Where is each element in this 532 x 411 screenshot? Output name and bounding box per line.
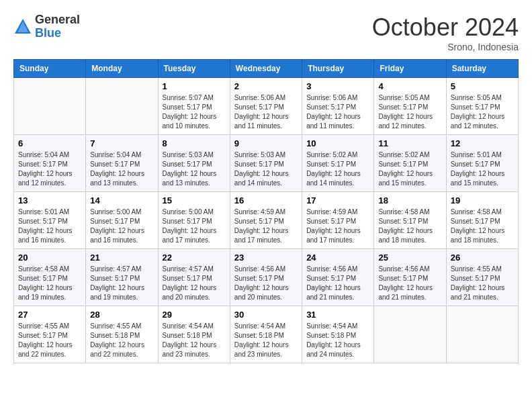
day-number: 31 <box>306 310 369 320</box>
table-row: 6Sunrise: 5:04 AM Sunset: 5:17 PM Daylig… <box>14 135 86 192</box>
day-number: 28 <box>90 310 153 320</box>
day-info: Sunrise: 5:06 AM Sunset: 5:17 PM Dayligh… <box>234 93 298 131</box>
table-row: 22Sunrise: 4:57 AM Sunset: 5:17 PM Dayli… <box>158 249 230 306</box>
day-info: Sunrise: 5:01 AM Sunset: 5:17 PM Dayligh… <box>18 208 81 245</box>
logo-general-text: General <box>35 13 80 26</box>
day-number: 20 <box>18 253 81 263</box>
day-info: Sunrise: 4:54 AM Sunset: 5:18 PM Dayligh… <box>234 322 298 359</box>
day-info: Sunrise: 5:04 AM Sunset: 5:17 PM Dayligh… <box>90 150 153 188</box>
table-row: 17Sunrise: 4:59 AM Sunset: 5:17 PM Dayli… <box>302 192 374 249</box>
day-info: Sunrise: 4:58 AM Sunset: 5:17 PM Dayligh… <box>18 265 81 302</box>
day-info: Sunrise: 5:02 AM Sunset: 5:17 PM Dayligh… <box>378 150 441 188</box>
day-info: Sunrise: 4:54 AM Sunset: 5:18 PM Dayligh… <box>163 322 226 359</box>
day-number: 10 <box>306 138 369 148</box>
header-monday: Monday <box>86 60 158 78</box>
day-number: 30 <box>234 310 298 320</box>
header-saturday: Saturday <box>446 60 518 78</box>
day-number: 9 <box>234 138 298 148</box>
table-row: 13Sunrise: 5:01 AM Sunset: 5:17 PM Dayli… <box>14 192 86 249</box>
table-row: 18Sunrise: 4:58 AM Sunset: 5:17 PM Dayli… <box>374 192 446 249</box>
day-info: Sunrise: 5:02 AM Sunset: 5:17 PM Dayligh… <box>306 150 369 188</box>
day-number: 15 <box>163 195 226 205</box>
day-number: 23 <box>234 253 298 263</box>
day-number: 4 <box>378 81 441 91</box>
day-info: Sunrise: 5:05 AM Sunset: 5:17 PM Dayligh… <box>451 93 514 131</box>
day-info: Sunrise: 4:55 AM Sunset: 5:18 PM Dayligh… <box>90 322 153 359</box>
table-row: 14Sunrise: 5:00 AM Sunset: 5:17 PM Dayli… <box>86 192 158 249</box>
day-number: 25 <box>378 253 441 263</box>
day-number: 29 <box>163 310 226 320</box>
day-info: Sunrise: 4:59 AM Sunset: 5:17 PM Dayligh… <box>306 208 369 245</box>
table-row: 9Sunrise: 5:03 AM Sunset: 5:17 PM Daylig… <box>230 135 302 192</box>
table-row: 28Sunrise: 4:55 AM Sunset: 5:18 PM Dayli… <box>86 306 158 363</box>
table-row: 3Sunrise: 5:06 AM Sunset: 5:17 PM Daylig… <box>302 78 374 135</box>
calendar-body: 1Sunrise: 5:07 AM Sunset: 5:17 PM Daylig… <box>14 78 519 363</box>
day-number: 16 <box>234 195 298 205</box>
table-row: 4Sunrise: 5:05 AM Sunset: 5:17 PM Daylig… <box>374 78 446 135</box>
day-number: 12 <box>451 138 514 148</box>
table-row: 16Sunrise: 4:59 AM Sunset: 5:17 PM Dayli… <box>230 192 302 249</box>
day-info: Sunrise: 5:05 AM Sunset: 5:17 PM Dayligh… <box>378 93 441 131</box>
table-row: 8Sunrise: 5:03 AM Sunset: 5:17 PM Daylig… <box>158 135 230 192</box>
table-row: 31Sunrise: 4:54 AM Sunset: 5:18 PM Dayli… <box>302 306 374 363</box>
day-info: Sunrise: 5:03 AM Sunset: 5:17 PM Dayligh… <box>163 150 226 188</box>
day-info: Sunrise: 4:56 AM Sunset: 5:17 PM Dayligh… <box>306 265 369 302</box>
table-row: 19Sunrise: 4:58 AM Sunset: 5:17 PM Dayli… <box>446 192 518 249</box>
table-row: 30Sunrise: 4:54 AM Sunset: 5:18 PM Dayli… <box>230 306 302 363</box>
day-number: 8 <box>163 138 226 148</box>
day-info: Sunrise: 4:55 AM Sunset: 5:17 PM Dayligh… <box>451 265 514 302</box>
table-row: 26Sunrise: 4:55 AM Sunset: 5:17 PM Dayli… <box>446 249 518 306</box>
day-info: Sunrise: 4:55 AM Sunset: 5:17 PM Dayligh… <box>18 322 81 359</box>
table-row: 29Sunrise: 4:54 AM Sunset: 5:18 PM Dayli… <box>158 306 230 363</box>
day-info: Sunrise: 4:59 AM Sunset: 5:17 PM Dayligh… <box>234 208 298 245</box>
day-info: Sunrise: 5:07 AM Sunset: 5:17 PM Dayligh… <box>163 93 226 131</box>
day-info: Sunrise: 4:54 AM Sunset: 5:18 PM Dayligh… <box>306 322 369 359</box>
header-thursday: Thursday <box>302 60 374 78</box>
day-number: 18 <box>378 195 441 205</box>
table-row: 20Sunrise: 4:58 AM Sunset: 5:17 PM Dayli… <box>14 249 86 306</box>
header-sunday: Sunday <box>14 60 86 78</box>
day-info: Sunrise: 5:00 AM Sunset: 5:17 PM Dayligh… <box>163 208 226 245</box>
day-info: Sunrise: 4:58 AM Sunset: 5:17 PM Dayligh… <box>378 208 441 245</box>
day-number: 19 <box>451 195 514 205</box>
month-title: October 2024 <box>372 13 519 42</box>
day-info: Sunrise: 5:03 AM Sunset: 5:17 PM Dayligh… <box>234 150 298 188</box>
location: Srono, Indonesia <box>372 42 519 52</box>
table-row <box>374 306 446 363</box>
table-row: 7Sunrise: 5:04 AM Sunset: 5:17 PM Daylig… <box>86 135 158 192</box>
day-info: Sunrise: 4:56 AM Sunset: 5:17 PM Dayligh… <box>378 265 441 302</box>
day-number: 21 <box>90 253 153 263</box>
table-row <box>86 78 158 135</box>
table-row: 25Sunrise: 4:56 AM Sunset: 5:17 PM Dayli… <box>374 249 446 306</box>
table-row: 21Sunrise: 4:57 AM Sunset: 5:17 PM Dayli… <box>86 249 158 306</box>
table-row: 1Sunrise: 5:07 AM Sunset: 5:17 PM Daylig… <box>158 78 230 135</box>
table-row <box>14 78 86 135</box>
day-info: Sunrise: 4:57 AM Sunset: 5:17 PM Dayligh… <box>90 265 153 302</box>
page-header: General Blue October 2024 Srono, Indones… <box>13 13 519 52</box>
day-number: 17 <box>306 195 369 205</box>
day-number: 3 <box>306 81 369 91</box>
day-info: Sunrise: 5:01 AM Sunset: 5:17 PM Dayligh… <box>451 150 514 188</box>
table-row: 11Sunrise: 5:02 AM Sunset: 5:17 PM Dayli… <box>374 135 446 192</box>
table-row <box>446 306 518 363</box>
table-row: 24Sunrise: 4:56 AM Sunset: 5:17 PM Dayli… <box>302 249 374 306</box>
calendar-table: Sunday Monday Tuesday Wednesday Thursday… <box>13 59 519 363</box>
logo-blue-text: Blue <box>35 26 61 40</box>
table-row: 12Sunrise: 5:01 AM Sunset: 5:17 PM Dayli… <box>446 135 518 192</box>
day-number: 24 <box>306 253 369 263</box>
day-info: Sunrise: 5:06 AM Sunset: 5:17 PM Dayligh… <box>306 93 369 131</box>
title-area: October 2024 Srono, Indonesia <box>372 13 519 52</box>
day-number: 13 <box>18 195 81 205</box>
table-row: 5Sunrise: 5:05 AM Sunset: 5:17 PM Daylig… <box>446 78 518 135</box>
day-number: 11 <box>378 138 441 148</box>
day-number: 6 <box>18 138 81 148</box>
header-wednesday: Wednesday <box>230 60 302 78</box>
day-number: 22 <box>163 253 226 263</box>
day-info: Sunrise: 5:00 AM Sunset: 5:17 PM Dayligh… <box>90 208 153 245</box>
day-number: 27 <box>18 310 81 320</box>
day-number: 5 <box>451 81 514 91</box>
table-row: 15Sunrise: 5:00 AM Sunset: 5:17 PM Dayli… <box>158 192 230 249</box>
table-row: 23Sunrise: 4:56 AM Sunset: 5:17 PM Dayli… <box>230 249 302 306</box>
header-tuesday: Tuesday <box>158 60 230 78</box>
day-info: Sunrise: 4:57 AM Sunset: 5:17 PM Dayligh… <box>163 265 226 302</box>
